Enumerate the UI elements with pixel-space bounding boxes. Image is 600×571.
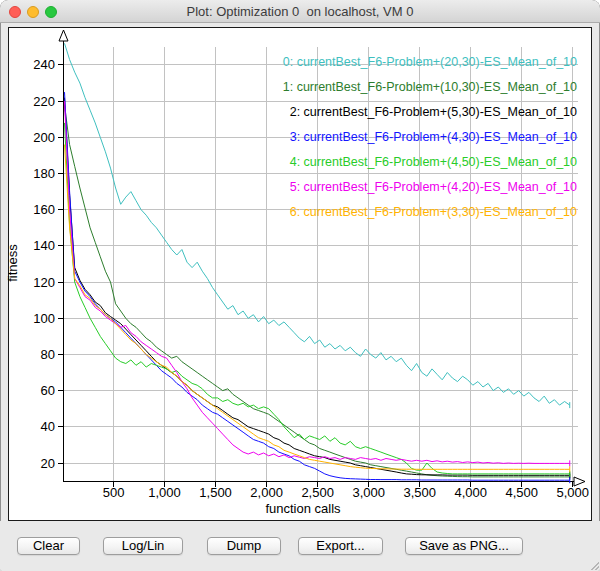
plot-canvas xyxy=(8,27,592,521)
plot-window: Plot: Optimization 0 on localhost, VM 0 … xyxy=(0,0,600,571)
zoom-button[interactable] xyxy=(45,6,57,18)
clear-button[interactable]: Clear xyxy=(17,537,80,555)
minimize-button[interactable] xyxy=(27,6,39,18)
log-lin-button[interactable]: Log/Lin xyxy=(103,537,183,555)
window-title: Plot: Optimization 0 on localhost, VM 0 xyxy=(70,0,530,23)
export-button[interactable]: Export... xyxy=(298,537,383,555)
save-as-png-button[interactable]: Save as PNG... xyxy=(405,537,523,555)
dump-button[interactable]: Dump xyxy=(207,537,281,555)
button-bar: Clear Log/Lin Dump Export... Save as PNG… xyxy=(0,521,600,571)
close-button[interactable] xyxy=(9,6,21,18)
resize-grip[interactable] xyxy=(591,562,599,570)
title-bar[interactable]: Plot: Optimization 0 on localhost, VM 0 xyxy=(0,0,600,23)
